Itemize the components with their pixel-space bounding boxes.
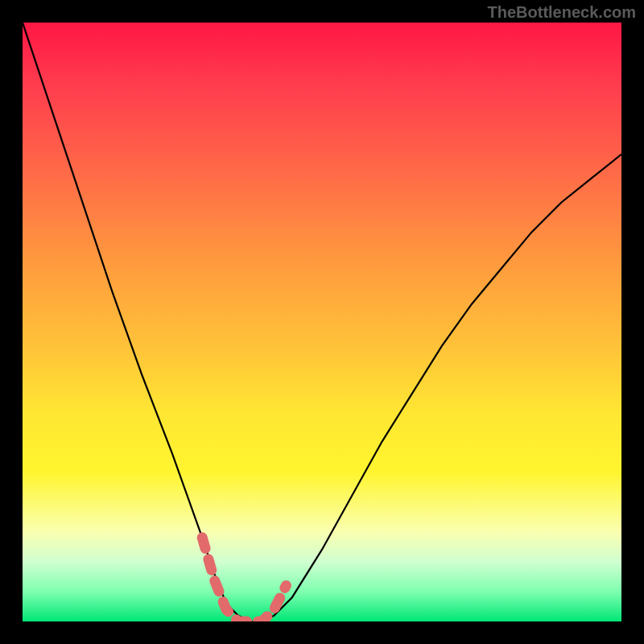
bottleneck-curve: [23, 23, 621, 621]
chart-area: [23, 23, 621, 621]
curve-svg: [23, 23, 621, 621]
watermark-text: TheBottleneck.com: [488, 3, 636, 22]
highlight-region: [202, 538, 286, 621]
